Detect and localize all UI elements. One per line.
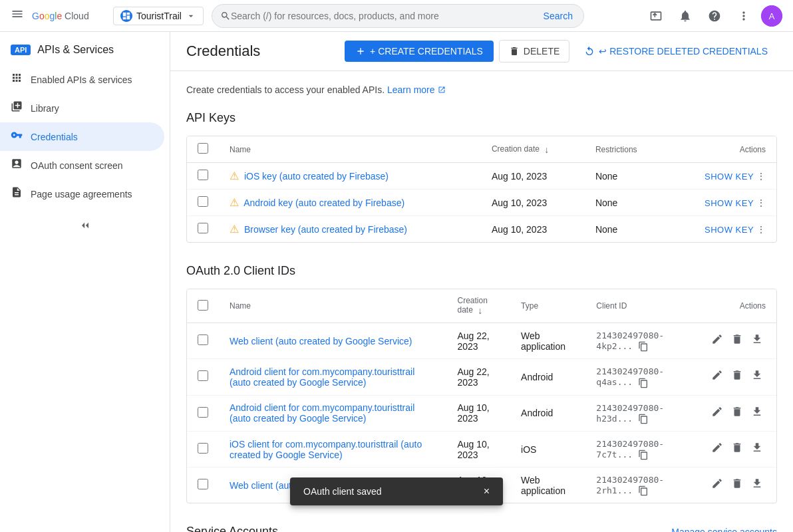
show-key-button[interactable]: SHOW KEY [705,198,754,208]
credentials-icon [11,129,23,144]
delete-row-icon[interactable] [728,439,746,460]
notifications-icon[interactable] [673,4,697,28]
copy-icon[interactable] [638,341,649,352]
help-icon[interactable] [703,4,726,28]
delete-row-icon[interactable] [728,403,746,424]
show-key-button[interactable]: SHOW KEY [705,225,754,235]
api-key-name-link[interactable]: Android key (auto created by Firebase) [243,198,404,208]
sidebar-item-oauth[interactable]: OAuth consent screen [0,151,164,180]
oauth-row-checkbox[interactable] [198,443,208,454]
avatar[interactable]: A [761,5,782,27]
topbar-left: Google Cloud TouristTrail [11,7,204,25]
api-key-actions: SHOW KEY ⋮ [668,216,776,243]
show-key-button[interactable]: SHOW KEY [705,172,754,182]
more-options-icon[interactable]: ⋮ [756,198,766,208]
warning-icon: ⚠ [230,170,239,182]
sidebar-item-library[interactable]: Library [0,94,164,122]
sidebar-item-enabled[interactable]: Enabled APIs & services [0,65,164,94]
search-button[interactable]: Search [541,11,575,21]
hamburger-icon[interactable] [11,7,24,24]
copy-icon[interactable] [638,450,649,460]
oauth-client-type: Web application [510,467,585,503]
oauth-client-name-link[interactable]: iOS client for com.mycompany.touristtrai… [230,439,422,460]
download-icon[interactable] [748,439,766,460]
topbar-right: A [644,4,782,28]
copy-icon[interactable] [638,378,649,388]
more-options-icon[interactable]: ⋮ [756,224,766,235]
delete-row-icon[interactable] [728,475,746,495]
edit-icon[interactable] [709,475,726,495]
download-icon[interactable] [748,403,766,424]
more-vert-icon[interactable] [732,4,756,28]
edit-icon[interactable] [709,331,726,351]
oauth-row-checkbox[interactable] [198,370,208,381]
oauth-client-actions [698,359,776,395]
api-keys-date-header[interactable]: Creation date ↓ [481,136,585,163]
main-content: Credentials + CREATE CREDENTIALS DELETE … [170,32,793,532]
api-keys-actions-header: Actions [668,136,776,163]
api-key-row-checkbox[interactable] [198,223,208,233]
more-options-icon[interactable]: ⋮ [756,171,766,182]
api-key-name-link[interactable]: Browser key (auto created by Firebase) [244,224,407,235]
oauth-client-name-link[interactable]: Android client for com.mycompany.tourist… [230,402,414,424]
oauth-client-id-header: Client ID [585,289,698,323]
chevron-down-icon [186,11,196,21]
learn-more-link[interactable]: Learn more [387,84,446,95]
api-key-actions: SHOW KEY ⋮ [668,190,776,216]
oauth-row-checkbox[interactable] [198,407,208,418]
create-credentials-button[interactable]: + CREATE CREDENTIALS [345,41,494,62]
api-key-row-checkbox[interactable] [198,170,208,180]
delete-row-icon[interactable] [728,331,746,351]
restore-deleted-button[interactable]: ↩ RESTORE DELETED CREDENTIALS [575,41,777,62]
api-keys-select-all-checkbox[interactable] [198,143,208,154]
oauth-client-date: Aug 10, 2023 [447,431,511,467]
oauth-name-header: Name [219,289,447,323]
api-badge: API [11,45,31,55]
oauth-date-header[interactable]: Creation date ↓ [447,289,511,323]
copy-icon[interactable] [638,414,649,424]
oauth-client-name-link[interactable]: Web client (auto created by Google Servi… [230,336,412,346]
oauth-client-actions [698,323,776,359]
delete-button[interactable]: DELETE [499,40,569,63]
oauth-client-type: Web application [510,323,585,359]
copy-icon[interactable] [638,485,649,496]
oauth-client-id: 214302497080-2rh1... [585,467,698,503]
sidebar-item-page-usage[interactable]: Page usage agreements [0,180,164,208]
oauth-row-checkbox[interactable] [198,479,208,489]
table-row: Web client (auto created by Google Servi… [187,323,776,359]
edit-icon[interactable] [709,366,726,387]
search-input[interactable] [231,11,541,21]
sidebar-item-enabled-label: Enabled APIs & services [31,74,132,85]
manage-service-accounts-link[interactable]: Manage service accounts [671,527,777,532]
oauth-client-id: 214302497080-h23d... [585,395,698,431]
collapse-sidebar-button[interactable] [0,208,170,243]
download-icon[interactable] [748,475,766,495]
download-icon[interactable] [748,331,766,351]
sidebar-item-credentials[interactable]: Credentials [0,122,164,151]
oauth-select-all-checkbox[interactable] [198,300,208,311]
sidebar: API APIs & Services Enabled APIs & servi… [0,32,170,532]
oauth-client-id: 214302497080-q4as... [585,359,698,395]
oauth-client-name-link[interactable]: Android client for com.mycompany.tourist… [230,366,414,388]
project-avatar [120,10,132,22]
restore-icon [584,46,595,57]
table-row: ⚠ Android key (auto created by Firebase)… [187,190,776,216]
snackbar-close-button[interactable]: × [484,485,490,497]
edit-icon[interactable] [709,439,726,460]
oauth-actions-header: Actions [698,289,776,323]
project-selector[interactable]: TouristTrail [113,7,204,25]
search-icon [220,11,231,21]
api-key-date: Aug 10, 2023 [481,190,585,216]
api-key-row-checkbox[interactable] [198,196,208,207]
delete-row-icon[interactable] [728,366,746,387]
oauth-section-title: OAuth 2.0 Client IDs [186,264,777,278]
sidebar-item-credentials-label: Credentials [31,132,78,142]
download-icon[interactable] [748,366,766,387]
terminal-icon[interactable] [644,4,668,28]
edit-icon[interactable] [709,403,726,424]
svg-text:A: A [769,11,775,21]
api-key-restrictions: None [585,216,668,243]
sidebar-item-oauth-label: OAuth consent screen [31,160,123,171]
oauth-row-checkbox[interactable] [198,334,208,345]
api-key-name-link[interactable]: iOS key (auto created by Firebase) [244,171,389,182]
